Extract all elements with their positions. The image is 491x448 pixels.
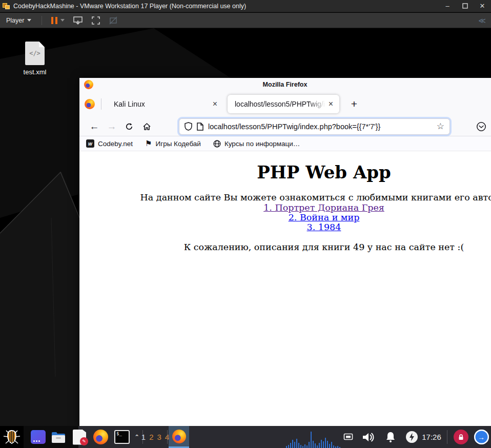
new-tab-button[interactable]: + bbox=[346, 96, 362, 112]
minimize-icon[interactable]: – bbox=[439, 0, 456, 12]
url-bar[interactable]: localhost/lesson5/PHPTwig/index.php?book… bbox=[179, 119, 449, 134]
maximize-icon[interactable] bbox=[456, 0, 474, 12]
firefox-logo-icon bbox=[85, 99, 95, 109]
url-input[interactable]: localhost/lesson5/PHPTwig/index.php?book… bbox=[208, 123, 433, 131]
page-title: PHP Web App bbox=[79, 151, 491, 182]
lock-screen-button[interactable] bbox=[451, 426, 470, 448]
power-bolt-icon bbox=[405, 431, 418, 443]
send-ctrl-alt-del-button[interactable] bbox=[69, 13, 87, 28]
book-links: 1. Портрет Дориана Грея 2. Война и мир 3… bbox=[79, 203, 491, 233]
vmware-window-title: CodebyHackMashine - VMware Workstation 1… bbox=[13, 3, 246, 10]
globe-icon bbox=[213, 140, 221, 148]
disabled-display-icon bbox=[109, 16, 118, 25]
vmware-toolbar: Player ≪ bbox=[0, 13, 491, 28]
power-manager-tray[interactable] bbox=[403, 426, 420, 448]
tab-bar: Kali Linux × localhost/lesson5/PHPTwig/i… bbox=[79, 91, 491, 117]
back-button[interactable]: ← bbox=[86, 119, 103, 134]
tab-kali-linux[interactable]: Kali Linux × bbox=[107, 95, 223, 113]
terminal-launcher-button[interactable]: $_ bbox=[112, 426, 132, 448]
workspace-3[interactable]: 3 bbox=[157, 433, 161, 441]
firefox-window-title: Mozilla Firefox bbox=[79, 81, 490, 88]
monitor-arrow-icon bbox=[73, 16, 83, 25]
tab-localhost-active[interactable]: localhost/lesson5/PHPTwig/i × bbox=[228, 95, 339, 113]
firefox-window: Mozilla Firefox Kali Linux × localhost/l… bbox=[79, 78, 491, 426]
home-button[interactable] bbox=[138, 119, 155, 134]
app-launcher-button[interactable] bbox=[29, 426, 47, 448]
reload-button[interactable] bbox=[120, 119, 138, 134]
pocket-button[interactable] bbox=[476, 121, 486, 132]
kali-bug-icon bbox=[2, 429, 22, 445]
reload-icon bbox=[125, 123, 133, 131]
link-book-3[interactable]: 3. 1984 bbox=[79, 222, 491, 232]
tab-divider bbox=[101, 98, 101, 110]
panel-divider bbox=[447, 430, 447, 444]
firefox-task-button-active[interactable] bbox=[169, 426, 189, 448]
display-icon bbox=[343, 433, 353, 441]
bookmark-kursy[interactable]: Курсы по информаци… bbox=[213, 140, 300, 148]
logout-button[interactable]: → bbox=[472, 426, 491, 448]
fullscreen-icon bbox=[91, 16, 100, 25]
unity-mode-button-disabled bbox=[105, 13, 122, 28]
applications-menu-button[interactable] bbox=[0, 426, 24, 448]
firefox-logo-icon bbox=[93, 430, 108, 444]
not-found-message: К сожалению, описания для книги 49 у нас… bbox=[79, 242, 491, 252]
desktop: </> test.xml Mozilla Firefox Kali Linux … bbox=[0, 28, 491, 426]
text-editor-button[interactable]: ✎ bbox=[70, 426, 89, 448]
chevron-down-icon bbox=[27, 19, 31, 22]
bookmark-label: Курсы по информаци… bbox=[224, 140, 300, 148]
notifications-tray[interactable] bbox=[381, 426, 400, 448]
vmware-titlebar: CodebyHackMashine - VMware Workstation 1… bbox=[0, 0, 491, 12]
panel-expand-button[interactable]: ⌃ bbox=[132, 426, 142, 448]
suspend-vm-button[interactable] bbox=[47, 13, 69, 28]
link-book-1[interactable]: 1. Портрет Дориана Грея bbox=[79, 203, 491, 213]
app-grid-icon bbox=[31, 430, 46, 444]
bookmark-codeby[interactable]: w Codeby.net bbox=[86, 139, 133, 148]
page-content: PHP Web App На данном сайте Вы можете оз… bbox=[79, 151, 491, 426]
lock-icon bbox=[454, 430, 468, 444]
firefox-launcher-button[interactable] bbox=[91, 426, 110, 448]
close-tab-icon[interactable]: × bbox=[212, 100, 218, 108]
bookmark-star-icon[interactable]: ☆ bbox=[437, 121, 444, 132]
terminal-icon: $_ bbox=[114, 430, 130, 444]
close-tab-icon[interactable]: × bbox=[328, 100, 334, 108]
tab-label: localhost/lesson5/PHPTwig/i bbox=[235, 100, 325, 108]
xml-file-icon: </> bbox=[25, 42, 45, 65]
vmware-window-controls: – ✕ bbox=[439, 0, 491, 12]
tab-label: Kali Linux bbox=[114, 100, 210, 108]
bell-icon bbox=[384, 431, 397, 443]
forward-button: → bbox=[103, 119, 120, 134]
pencil-badge-icon: ✎ bbox=[80, 437, 88, 445]
clock[interactable]: 17:26 bbox=[419, 426, 444, 448]
desktop-file-testxml[interactable]: </> test.xml bbox=[14, 42, 55, 76]
workspace-2[interactable]: 2 bbox=[149, 433, 153, 441]
chevron-down-icon bbox=[60, 19, 65, 22]
navigation-toolbar: ← → localhost/lesson5/PH bbox=[79, 117, 491, 136]
firefox-titlebar: Mozilla Firefox bbox=[79, 78, 491, 91]
toolbar-divider bbox=[42, 16, 42, 25]
bookmark-igry-kodebay[interactable]: ⚑ Игры Кодебай bbox=[145, 139, 201, 148]
page-info-icon[interactable] bbox=[197, 123, 203, 131]
firefox-logo-icon bbox=[172, 430, 186, 443]
tracking-shield-icon[interactable] bbox=[185, 122, 192, 131]
fullscreen-button[interactable] bbox=[87, 13, 105, 28]
close-icon[interactable]: ✕ bbox=[474, 0, 491, 12]
workspace-switcher[interactable]: 1 2 3 4 bbox=[144, 426, 167, 448]
vmware-logo-icon bbox=[3, 2, 10, 10]
player-menu[interactable]: Player bbox=[0, 13, 36, 28]
collapse-toolbar-icon[interactable]: ≪ bbox=[478, 16, 485, 25]
speaker-icon bbox=[362, 432, 375, 443]
desktop-file-label: test.xml bbox=[14, 68, 55, 76]
folder-icon bbox=[51, 431, 66, 444]
logout-arrow-icon: → bbox=[474, 430, 489, 444]
file-manager-button[interactable] bbox=[49, 426, 68, 448]
codeby-icon: w bbox=[86, 139, 94, 148]
link-book-2[interactable]: 2. Война и мир bbox=[79, 213, 491, 222]
display-settings-tray[interactable] bbox=[340, 426, 356, 448]
workspace-1[interactable]: 1 bbox=[141, 433, 146, 441]
panel-divider bbox=[167, 430, 168, 444]
pause-icon bbox=[51, 17, 57, 24]
volume-tray[interactable] bbox=[359, 426, 378, 448]
bookmark-label: Codeby.net bbox=[98, 140, 133, 148]
flag-icon: ⚑ bbox=[145, 139, 152, 148]
bookmarks-toolbar: w Codeby.net ⚑ Игры Кодебай Курсы по инф… bbox=[79, 136, 491, 151]
